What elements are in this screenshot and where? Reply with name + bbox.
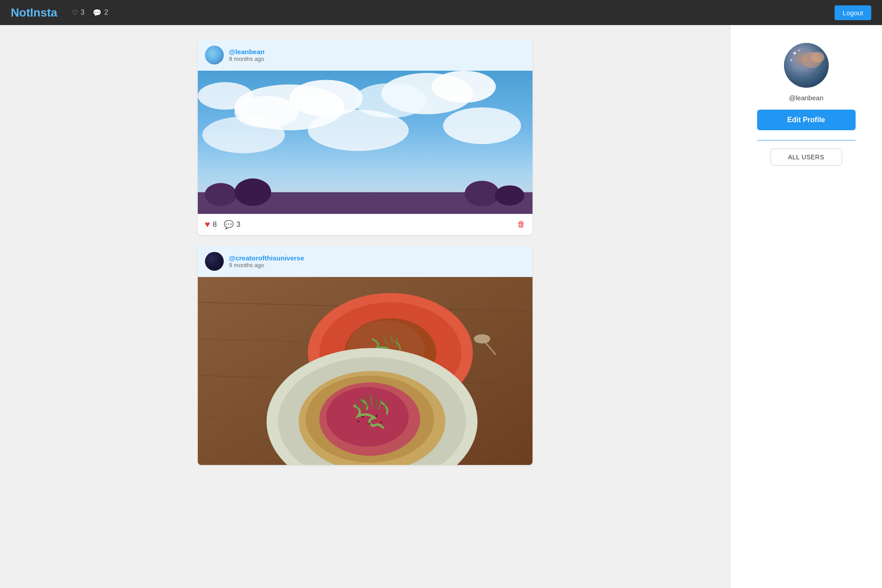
heart-icon: ♡ [72,9,78,17]
app-header: NotInsta ♡ 3 💬 2 Logout [0,0,882,25]
svg-point-50 [811,52,824,63]
svg-point-10 [198,82,253,110]
food-photo [198,277,533,465]
sidebar-username: @leanbean [789,94,823,102]
svg-point-15 [494,185,524,205]
likes-count: 3 [81,9,85,17]
post-time: 9 months ago [229,262,304,268]
svg-point-42 [369,423,371,425]
app-logo: NotInsta [11,6,57,20]
header-notifications: ♡ 3 💬 2 [72,9,835,17]
heart-icon[interactable]: ♥ [205,219,210,230]
all-users-button[interactable]: ALL USERS [771,149,842,166]
post-user-info: @leanbean 9 months ago [229,48,265,62]
comment-action[interactable]: 💬 3 [224,220,240,230]
sidebar: ✦ ✦ ✦ @leanbean Edit Profile ALL USERS [730,25,882,588]
svg-point-41 [362,416,363,418]
post-card: @leanbean 9 months ago [198,39,533,235]
svg-text:✦: ✦ [797,48,801,53]
post-card: @creatorofthisuniverse 9 months ago [198,246,533,465]
svg-point-43 [375,415,377,417]
post-avatar [205,252,224,271]
svg-point-12 [205,183,237,206]
logout-button[interactable]: Logout [835,5,871,20]
post-time: 9 months ago [229,55,265,62]
svg-point-44 [357,421,359,422]
sidebar-divider [757,140,856,141]
post-avatar [205,46,224,64]
likes-notification: ♡ 3 [72,9,85,17]
svg-text:✦: ✦ [789,58,793,63]
comments-notification: 💬 2 [93,9,108,17]
post-image [198,71,533,214]
post-footer: ♥ 8 💬 3 🗑 [198,214,533,235]
svg-point-7 [202,116,285,153]
svg-point-9 [443,107,521,144]
post-username[interactable]: @creatorofthisuniverse [229,254,304,262]
post-username[interactable]: @leanbean [229,48,265,55]
main-layout: @leanbean 9 months ago [0,25,882,588]
svg-point-33 [326,387,408,447]
like-action[interactable]: ♥ 8 [205,219,217,230]
comment-bubble-icon: 💬 [93,9,102,17]
post-header: @creatorofthisuniverse 9 months ago [198,246,533,277]
like-count: 8 [213,221,217,229]
svg-point-13 [234,179,271,206]
sky-photo [198,71,533,214]
user-avatar-image: ✦ ✦ ✦ [784,43,829,88]
post-image [198,277,533,465]
comment-icon[interactable]: 💬 [224,220,234,230]
svg-point-8 [307,110,408,151]
svg-point-45 [380,422,382,423]
edit-profile-button[interactable]: Edit Profile [757,110,856,130]
svg-point-5 [431,71,495,103]
feed: @leanbean 9 months ago [191,39,540,588]
delete-button[interactable]: 🗑 [517,220,525,229]
svg-point-46 [473,334,490,343]
sidebar-avatar: ✦ ✦ ✦ [784,43,829,88]
post-user-info: @creatorofthisuniverse 9 months ago [229,254,304,268]
svg-point-14 [464,181,499,206]
comments-count: 2 [104,9,108,17]
post-header: @leanbean 9 months ago [198,39,533,71]
comment-count: 3 [236,221,240,229]
svg-text:✦: ✦ [792,50,797,57]
